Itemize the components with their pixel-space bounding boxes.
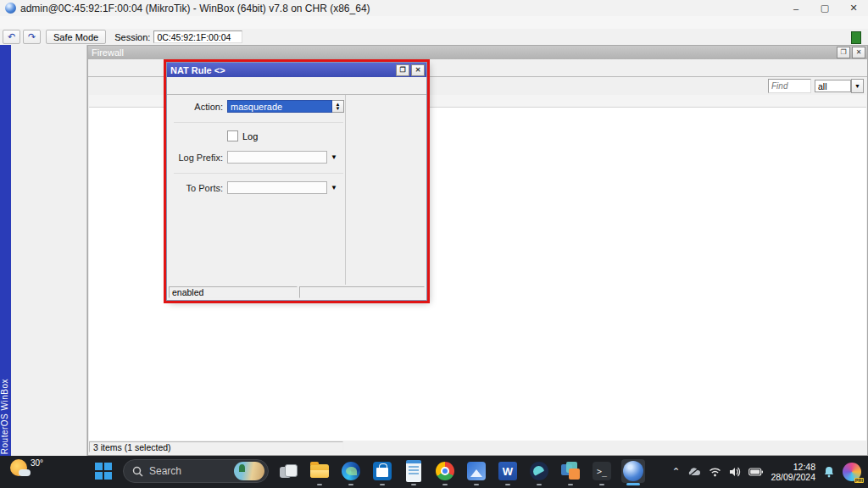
dialog-title: NAT Rule <> [170,65,225,75]
task-view-icon [280,464,297,478]
onedrive-cloud-icon[interactable] [687,467,701,477]
dialog-maximize-button[interactable]: ❐ [396,64,409,76]
dialog-statusbar: enabled [169,286,425,298]
log-prefix-input[interactable] [227,151,327,164]
winbox-icon [623,461,643,481]
notepad-icon [406,460,421,482]
action-label: Action: [170,102,227,112]
items-count: 3 items (1 selected) [89,441,343,452]
filter-dropdown-icon[interactable]: ▼ [851,79,864,93]
tray-time: 12:48 [771,462,815,472]
sidebar [11,45,87,456]
search-box[interactable]: Search [123,459,269,483]
photos-icon [467,462,486,480]
start-button[interactable] [92,459,115,483]
battery-icon[interactable] [748,468,763,476]
search-highlight-image [234,462,264,480]
firewall-close-button[interactable]: ✕ [852,47,865,58]
word-icon: W [498,462,517,480]
log-prefix-dropdown-icon[interactable]: ▼ [331,153,337,161]
search-placeholder: Search [149,465,234,477]
screen-recorder-app-icon[interactable]: PRI [843,463,861,481]
screen: admin@0C:45:92:1F:00:04 (MikroTik) - Win… [0,0,868,488]
nat-rule-dialog: NAT Rule <> ❐ ✕ Action: masquerade ▲▼ Lo… [166,62,427,301]
firewall-restore-button[interactable]: ❐ [837,47,850,58]
app-titlebar: admin@0C:45:92:1F:00:04 (MikroTik) - Win… [0,0,868,17]
dialog-form: Action: masquerade ▲▼ Log Log Prefix: ▼ [170,95,346,285]
log-checkbox[interactable] [227,130,238,141]
notepad-button[interactable] [402,459,426,483]
window-title: admin@0C:45:92:1F:00:04 (MikroTik) - Win… [20,3,370,14]
file-explorer-icon [310,464,329,478]
firewall-titlebar[interactable]: Firewall ❐ ✕ [88,46,867,59]
connection-indicator [851,31,861,44]
firewall-title: Firewall [92,47,124,58]
maximize-button[interactable]: ▢ [810,0,839,16]
chrome-button[interactable] [433,459,457,483]
safe-mode-button[interactable]: Safe Mode [46,30,106,44]
weather-icon [10,459,27,476]
dialog-titlebar[interactable]: NAT Rule <> ❐ ✕ [167,63,426,77]
to-ports-label: To Ports: [170,183,227,193]
firewall-statusbar: 3 items (1 selected) [89,441,866,454]
cat-app-icon [530,462,548,480]
vmware-button[interactable] [559,459,582,483]
terminal-icon: >_ [593,462,611,480]
notification-bell-icon[interactable] [823,466,835,478]
redo-button[interactable]: ↷ [23,30,41,44]
session-label: Session: [114,32,150,42]
app-badge: PRI [854,478,864,483]
tray-date: 28/09/2024 [771,472,815,482]
vmware-icon [561,462,580,480]
to-ports-dropdown-icon[interactable]: ▼ [331,184,337,191]
to-ports-input[interactable] [227,181,327,194]
weather-widget[interactable]: 30° [10,459,43,476]
windows-logo-icon [95,463,112,480]
winbox-taskbar-button[interactable] [621,459,645,483]
store-icon [373,462,392,480]
winbox-app-icon [5,3,16,14]
tray-chevron-icon[interactable]: ⌃ [671,466,680,478]
menu-bar [0,16,868,30]
taskbar: 30° Search W >_ ⌃ [0,456,868,488]
undo-button[interactable]: ↶ [3,30,20,44]
log-prefix-label: Log Prefix: [170,152,227,163]
action-select[interactable]: masquerade [227,100,332,113]
rule-state: enabled [169,286,298,298]
search-icon [132,466,143,477]
clock[interactable]: 12:48 28/09/2024 [771,462,815,482]
session-input[interactable]: 0C:45:92:1F:00:04 [153,30,242,43]
log-label: Log [242,131,258,141]
dialog-tabs [167,77,426,95]
word-button[interactable]: W [496,459,520,483]
close-button[interactable]: ✕ [839,0,868,16]
photos-button[interactable] [465,459,488,483]
minimize-button[interactable]: – [782,0,810,16]
find-input[interactable] [768,79,811,93]
chrome-icon [436,462,454,480]
brand-strip: RouterOS WinBox [0,45,11,456]
action-spinner-icon[interactable]: ▲▼ [332,100,344,113]
weather-temp: 30° [31,458,43,468]
cat-app-button[interactable] [527,459,551,483]
wifi-icon[interactable] [709,467,721,477]
volume-icon[interactable] [729,467,741,477]
main-toolbar: ↶ ↷ Safe Mode Session: 0C:45:92:1F:00:04 [0,29,868,46]
store-button[interactable] [370,459,394,483]
edge-button[interactable] [339,459,363,483]
task-view-button[interactable] [276,459,300,483]
edge-icon [342,462,360,480]
terminal-button[interactable]: >_ [590,459,614,483]
dialog-close-button[interactable]: ✕ [411,64,425,76]
filter-select[interactable]: all [815,80,851,92]
file-explorer-button[interactable] [308,459,331,483]
brand-text: RouterOS WinBox [0,379,11,454]
dialog-status-extra [299,286,425,298]
